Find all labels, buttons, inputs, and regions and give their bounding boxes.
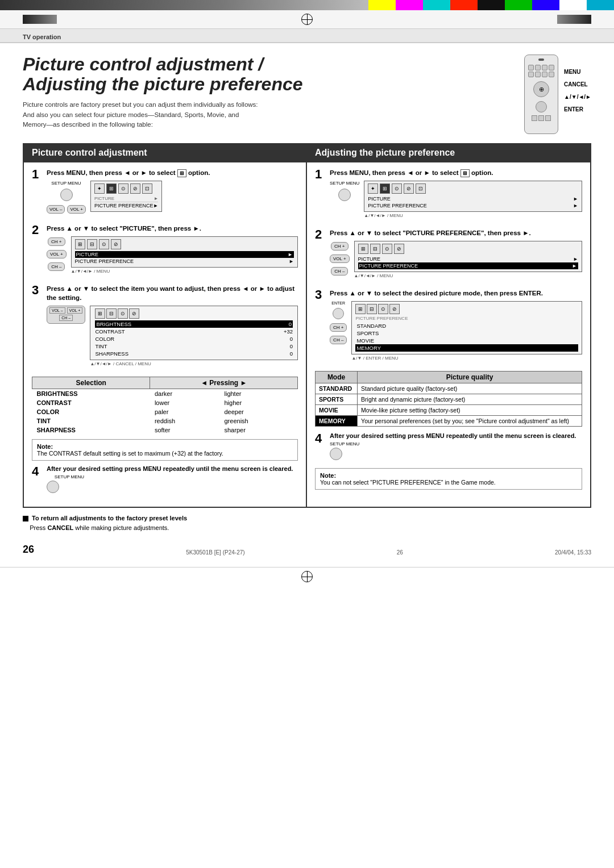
screen-item1: PICTURE PREFERENCE► xyxy=(94,202,158,209)
contrast-label: CONTRAST xyxy=(32,398,150,407)
red-block xyxy=(450,0,478,10)
left-column-header: Picture control adjustment xyxy=(24,144,306,162)
r-enter-label: ENTER xyxy=(330,301,347,305)
left-column-body: 1 Press MENU, then press ◄ or ► to selec… xyxy=(24,162,306,507)
r-step2-screen-wrap: ⊞ ⊟ ⊙ ⊘ PICTURE► PICTURE PREFERENCE► ▲/▼… xyxy=(354,241,582,278)
magenta-block xyxy=(396,0,423,10)
col-pressing: ◄ Pressing ► xyxy=(150,377,298,389)
remote-illustration: ⊕ MENU CANCEL ▲/▼/◄/► ENTER xyxy=(478,55,591,134)
step3-number: 3 xyxy=(32,284,42,297)
desc-line1: Picture controls are factory preset but … xyxy=(23,101,258,108)
page-header: TV operation xyxy=(0,29,614,43)
remote-labels: MENU CANCEL ▲/▼/◄/► ENTER xyxy=(564,55,591,116)
step3-instruction: Press ▲ or ▼ to select the item you want… xyxy=(47,284,298,302)
r-step4-instruction: After your desired setting press MENU re… xyxy=(330,432,582,439)
step1-number: 1 xyxy=(32,168,42,181)
blue-block xyxy=(532,0,559,10)
cyan-block xyxy=(423,0,450,10)
s2-icon3: ⊙ xyxy=(99,239,109,249)
right-column-body: 1 Press MENU, then press ◄ or ► to selec… xyxy=(307,162,590,500)
table-row: TINT reddish greenish xyxy=(32,416,298,425)
pref-title: PICTURE PREFERENCE xyxy=(355,316,578,321)
r-step4-remote: SETUP MENU xyxy=(330,441,582,460)
r-s2-i4: ⊘ xyxy=(394,244,404,254)
gradient-bar xyxy=(0,0,368,10)
two-columns: Picture control adjustment 1 Press MENU,… xyxy=(23,143,591,508)
right-step2: 2 Press ▲ or ▼ to select "PICTURE PREFER… xyxy=(315,228,582,282)
tint-left: reddish xyxy=(150,416,220,425)
r-step2-instruction: Press ▲ or ▼ to select "PICTURE PREFEREN… xyxy=(330,228,582,237)
step3-screen-wrap: ⊞ ⊟ ⊙ ⊘ BRIGHTNESS0 CONTRAST+32 COLOR0 T… xyxy=(90,306,298,366)
table-row: BRIGHTNESS darker lighter xyxy=(32,389,298,399)
r-ch-minus[interactable]: CH – xyxy=(331,267,348,276)
left-step1: 1 Press MENU, then press ◄ or ► to selec… xyxy=(32,168,298,217)
r-enter-btn[interactable] xyxy=(333,308,344,319)
step2-screen-wrap: ⊞ ⊟ ⊙ ⊘ PICTURE► PICTURE PREFERENCE► ▲/▼… xyxy=(71,236,298,274)
pressing-label: Pressing xyxy=(209,379,240,387)
step2-number: 2 xyxy=(32,224,42,236)
sharpness-label: SHARPNESS xyxy=(32,425,150,435)
r-s1-pic: PICTURE► xyxy=(368,195,578,202)
brightness-row: BRIGHTNESS0 xyxy=(95,320,293,328)
vol-plus-btn2[interactable]: VOL + xyxy=(47,250,67,258)
r-step3-remote: ENTER CH + CH – xyxy=(330,301,347,345)
title-description: Picture controls are factory preset but … xyxy=(23,100,296,130)
r-s2-i1: ⊞ xyxy=(358,244,368,254)
column-left: Picture control adjustment 1 Press MENU,… xyxy=(24,144,307,507)
pq-col1: Mode xyxy=(316,372,358,383)
step4-instruction: After your desired setting press MENU re… xyxy=(47,465,298,472)
r-note-text: You can not select "PICTURE PREFERENCE" … xyxy=(320,479,496,486)
return-note: To return all adjustments to the factory… xyxy=(32,515,187,521)
r-step2-screen: ⊞ ⊟ ⊙ ⊘ PICTURE► PICTURE PREFERENCE► xyxy=(354,241,582,272)
ch-minus-btn[interactable]: CH – xyxy=(48,262,65,271)
r-step4-content: After your desired setting press MENU re… xyxy=(330,432,582,461)
s3-volm[interactable]: VOL – xyxy=(49,307,65,314)
registration-row xyxy=(0,10,614,29)
step1-screen: ✦ ⊞ ⊙ ⊘ ⊡ PICTURE► PICTURE PREFERENCE► xyxy=(90,181,162,212)
bottom-section xyxy=(0,567,614,586)
step3-diagram: VOL – VOL + CH – ⊞ ⊟ xyxy=(47,306,298,366)
r-s1-nav: ▲/▼/◄/► / MENU xyxy=(364,213,582,218)
bottom-crosshair xyxy=(301,571,313,582)
right-note: Note: You can not select "PICTURE PREFER… xyxy=(315,468,582,490)
memory-mode: MEMORY xyxy=(316,416,358,427)
s3-ch[interactable]: CH – xyxy=(59,315,73,321)
section-label: TV operation xyxy=(23,34,61,40)
r-s3-ch-plus[interactable]: CH + xyxy=(330,323,347,332)
s2-icon2: ⊟ xyxy=(87,239,97,249)
pref-screen: ⊞ ⊟ ⊙ ⊘ PICTURE PREFERENCE STANDARD SPOR… xyxy=(351,301,582,354)
right-step4: 4 After your desired setting press MENU … xyxy=(315,432,582,461)
table-row: SHARPNESS softer sharper xyxy=(32,425,298,435)
icon4: ⊘ xyxy=(130,183,140,194)
r-i5: ⊡ xyxy=(416,183,426,194)
r-vol-plus[interactable]: VOL + xyxy=(330,254,350,263)
p-i2: ⊟ xyxy=(367,304,377,314)
r-s3-ch-minus[interactable]: CH – xyxy=(330,336,347,344)
setup-menu-label: SETUP MENU xyxy=(47,181,86,186)
r-setup-menu: SETUP MENU xyxy=(330,181,359,186)
footer-center: 26 xyxy=(397,549,403,556)
title-line1: Picture control adjustment / xyxy=(23,55,466,74)
r-ch-plus[interactable]: CH + xyxy=(331,242,348,251)
r-step2-number: 2 xyxy=(315,228,325,241)
step2-content: Press ▲ or ▼ to select "PICTURE", then p… xyxy=(47,224,298,277)
center-crosshair xyxy=(301,14,313,25)
brightness-label: BRIGHTNESS xyxy=(32,389,150,399)
vol-plus-btn[interactable]: VOL + xyxy=(67,205,86,214)
menu-label: MENU xyxy=(564,66,591,78)
step3-remote: VOL – VOL + CH – xyxy=(47,306,85,325)
r-i4: ⊘ xyxy=(404,183,414,194)
pq-memory-row: MEMORY Your personal preferences (set by… xyxy=(316,416,582,427)
r-s2-pic: PICTURE► xyxy=(358,256,578,262)
s3-volp[interactable]: VOL + xyxy=(67,307,83,314)
ch-plus-btn[interactable]: CH + xyxy=(48,237,65,246)
main-content: Picture control adjustment / Adjusting t… xyxy=(0,43,614,567)
r-step1-screen-wrap: ✦ ⊞ ⊙ ⊘ ⊡ PICTURE► PICTURE PREFERENCE► xyxy=(364,181,582,218)
sports-desc: Bright and dynamic picture (factory-set) xyxy=(358,394,582,405)
a-i4: ⊘ xyxy=(129,308,139,319)
s3-vols: VOL – VOL + CH – xyxy=(47,306,85,324)
pq-sports-row: SPORTS Bright and dynamic picture (facto… xyxy=(316,394,582,405)
vol-minus-btn[interactable]: VOL – xyxy=(47,205,65,214)
r-icon-row1: ✦ ⊞ ⊙ ⊘ ⊡ xyxy=(368,183,578,194)
left-gradient xyxy=(23,15,57,24)
